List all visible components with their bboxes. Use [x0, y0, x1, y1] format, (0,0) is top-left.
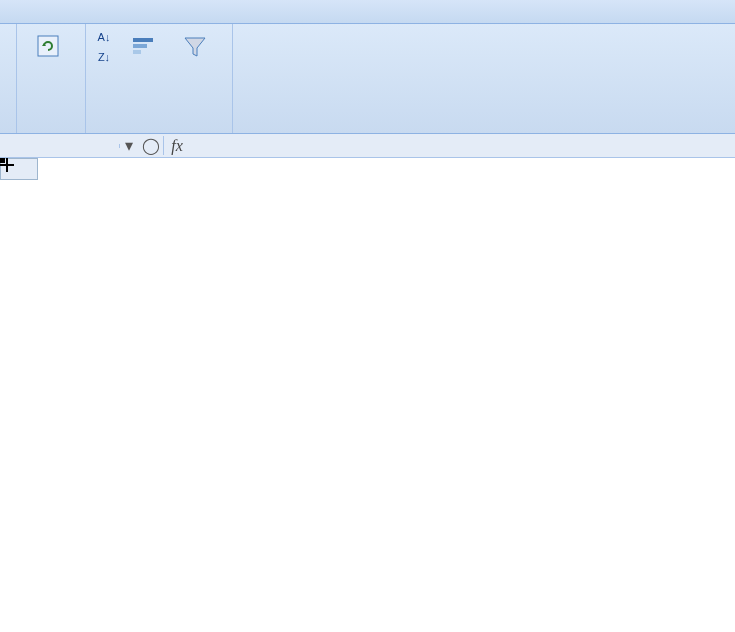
refresh-icon [32, 30, 64, 62]
ribbon-group-external-data [0, 24, 17, 133]
formula-bar: ▾ ◯ fx [0, 134, 735, 158]
svg-rect-2 [133, 44, 147, 48]
sort-button[interactable] [120, 28, 166, 66]
svg-rect-3 [133, 50, 141, 54]
name-box-dropdown[interactable]: ▾ [120, 136, 138, 155]
sort-asc-icon: A↓ [96, 29, 112, 45]
formula-input[interactable] [190, 144, 735, 148]
ribbon-group-label [94, 127, 224, 131]
filter-button[interactable] [172, 28, 218, 66]
filter-icon [179, 30, 211, 62]
svg-rect-1 [133, 38, 153, 42]
ribbon: A↓ Z↓ [0, 24, 735, 134]
refresh-all-button[interactable] [25, 28, 71, 66]
select-all-corner[interactable] [0, 158, 38, 180]
ribbon-tabs [0, 0, 735, 24]
sort-desc-button[interactable]: Z↓ [94, 48, 114, 66]
formula-circle-icon[interactable]: ◯ [138, 136, 164, 155]
fx-button[interactable]: fx [164, 137, 190, 155]
ribbon-group-connections [17, 24, 86, 133]
ribbon-group-sort-filter: A↓ Z↓ [86, 24, 233, 133]
ribbon-group-label [25, 127, 77, 131]
sort-icon [127, 30, 159, 62]
sort-desc-icon: Z↓ [96, 49, 112, 65]
name-box[interactable] [0, 144, 120, 148]
sort-asc-button[interactable]: A↓ [94, 28, 114, 46]
svg-rect-0 [38, 36, 58, 56]
